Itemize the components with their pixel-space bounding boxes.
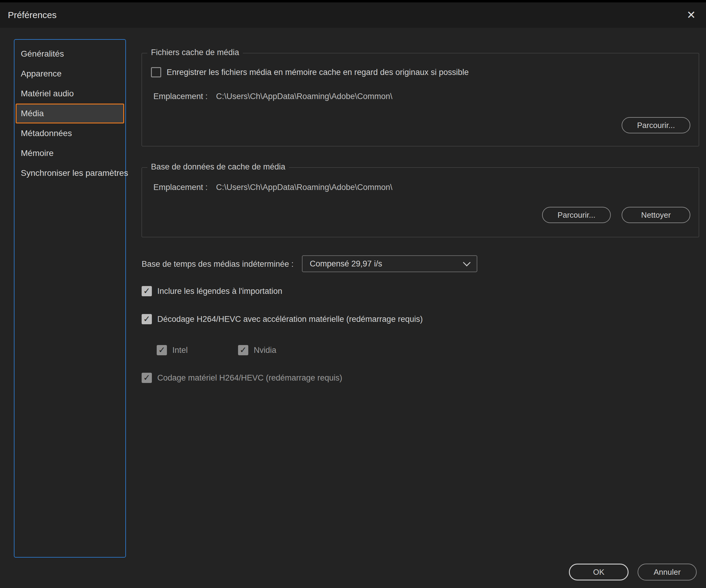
nvidia-checkbox[interactable]: ✓	[238, 345, 248, 355]
hw-encode-row: ✓ Codage matériel H264/HEVC (redémarrage…	[142, 373, 342, 383]
media-cache-db-legend: Base de données de cache de média	[147, 162, 289, 172]
nvidia-label: Nvidia	[254, 346, 276, 355]
cache-files-location-row: Emplacement : C:\Users\Ch\AppData\Roamin…	[153, 92, 392, 101]
check-icon: ✓	[143, 287, 150, 295]
location-label: Emplacement :	[153, 92, 208, 101]
check-icon: ✓	[240, 346, 246, 354]
timebase-label: Base de temps des médias indéterminée :	[142, 259, 293, 269]
chevron-down-icon	[463, 259, 470, 266]
cache-db-browse-button[interactable]: Parcourir...	[542, 207, 611, 223]
cache-db-location-row: Emplacement : C:\Users\Ch\AppData\Roamin…	[153, 183, 392, 192]
nvidia-row: ✓ Nvidia	[238, 345, 276, 355]
save-beside-originals-label: Enregistrer les fichiers média en mémoir…	[167, 68, 469, 77]
sidebar-item-generalites[interactable]: Généralités	[16, 44, 124, 64]
timebase-value: Compensé 29,97 i/s	[310, 259, 382, 268]
cache-db-clean-button[interactable]: Nettoyer	[622, 207, 690, 223]
location-label: Emplacement :	[153, 183, 208, 192]
intel-label: Intel	[172, 346, 188, 355]
cache-files-location-path: C:\Users\Ch\AppData\Roaming\Adobe\Common…	[216, 92, 392, 101]
media-cache-files-group: Fichiers cache de média ✓ Enregistrer le…	[142, 53, 699, 146]
save-beside-originals-row: ✓ Enregistrer les fichiers média en mémo…	[151, 67, 469, 77]
sidebar-item-memoire[interactable]: Mémoire	[16, 143, 124, 163]
hw-decode-checkbox[interactable]: ✓	[142, 314, 152, 324]
media-cache-db-group: Base de données de cache de média Emplac…	[142, 167, 699, 237]
sidebar: Généralités Apparence Matériel audio Méd…	[14, 39, 126, 557]
include-captions-label: Inclure les légendes à l'importation	[157, 287, 282, 296]
cache-db-location-path: C:\Users\Ch\AppData\Roaming\Adobe\Common…	[216, 183, 392, 192]
cancel-button[interactable]: Annuler	[638, 563, 697, 581]
ok-button[interactable]: OK	[569, 563, 629, 581]
intel-row: ✓ Intel	[157, 345, 188, 355]
sidebar-item-apparence[interactable]: Apparence	[16, 64, 124, 84]
include-captions-checkbox[interactable]: ✓	[142, 286, 152, 296]
intel-checkbox[interactable]: ✓	[157, 345, 167, 355]
save-beside-originals-checkbox[interactable]: ✓	[151, 67, 161, 77]
hw-encode-checkbox[interactable]: ✓	[142, 373, 152, 383]
media-cache-files-legend: Fichiers cache de média	[147, 48, 243, 57]
preferences-dialog: Préférences ✕ Généralités Apparence Maté…	[0, 0, 706, 588]
check-icon: ✓	[158, 346, 165, 354]
check-icon: ✓	[143, 315, 150, 323]
cache-files-browse-button[interactable]: Parcourir...	[622, 117, 690, 133]
timebase-dropdown[interactable]: Compensé 29,97 i/s	[302, 255, 477, 272]
hw-decode-label: Décodage H264/HEVC avec accélération mat…	[157, 314, 423, 324]
check-icon: ✓	[143, 374, 150, 382]
include-captions-row: ✓ Inclure les légendes à l'importation	[142, 286, 282, 296]
sidebar-item-synchroniser[interactable]: Synchroniser les paramètres	[16, 163, 124, 183]
close-icon[interactable]: ✕	[687, 10, 696, 20]
sidebar-item-metadonnees[interactable]: Métadonnées	[16, 123, 124, 143]
hw-encode-label: Codage matériel H264/HEVC (redémarrage r…	[157, 373, 342, 383]
window-title: Préférences	[8, 10, 57, 20]
titlebar: Préférences ✕	[0, 0, 706, 28]
sidebar-item-media[interactable]: Média	[16, 103, 124, 123]
hw-decode-row: ✓ Décodage H264/HEVC avec accélération m…	[142, 314, 423, 324]
sidebar-item-materiel-audio[interactable]: Matériel audio	[16, 84, 124, 103]
